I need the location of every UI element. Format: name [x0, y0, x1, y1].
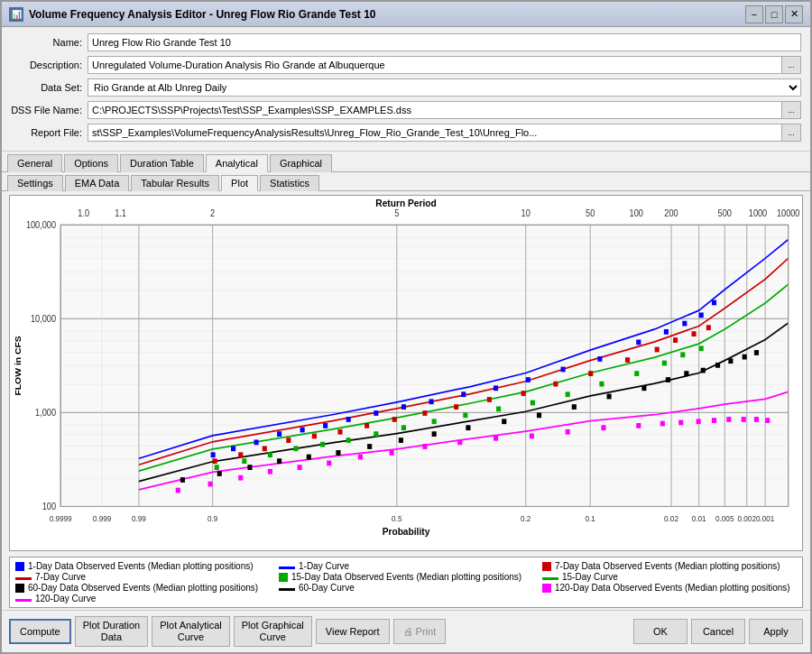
- dss-row: DSS File Name: ...: [11, 100, 801, 120]
- description-input[interactable]: [88, 56, 781, 74]
- svg-rect-157: [636, 423, 641, 428]
- svg-text:100: 100: [42, 501, 57, 511]
- description-browse-button[interactable]: ...: [781, 56, 801, 74]
- main-window: 📊 Volume Frequency Analysis Editor - Unr…: [0, 0, 812, 654]
- legend-7day-observed-swatch: [542, 562, 551, 571]
- plot-graphical-button[interactable]: Plot GraphicalCurve: [234, 616, 312, 647]
- tab-plot[interactable]: Plot: [221, 175, 258, 191]
- svg-rect-141: [743, 355, 747, 360]
- svg-rect-85: [238, 452, 243, 457]
- tab-general[interactable]: General: [7, 154, 62, 172]
- print-button[interactable]: 🖨 Print: [393, 619, 447, 644]
- svg-text:5: 5: [394, 208, 400, 219]
- tab-graphical[interactable]: Graphical: [270, 154, 332, 172]
- report-label: Report File:: [11, 127, 88, 138]
- legend-15day-observed-swatch: [279, 573, 288, 582]
- svg-text:0.001: 0.001: [756, 513, 775, 523]
- title-bar: 📊 Volume Frequency Analysis Editor - Unr…: [2, 2, 810, 27]
- svg-rect-146: [268, 469, 272, 474]
- svg-rect-91: [392, 417, 397, 422]
- svg-text:FLOW in CFS: FLOW in CFS: [14, 336, 23, 396]
- svg-rect-99: [655, 347, 660, 353]
- compute-button[interactable]: Compute: [9, 619, 71, 644]
- dataset-select[interactable]: Rio Grande at Alb Unreg Daily: [88, 78, 801, 97]
- legend-1day-observed-label: 1-Day Data Observed Events (Median plott…: [28, 561, 254, 571]
- tab-settings[interactable]: Settings: [7, 175, 63, 191]
- svg-rect-164: [754, 417, 759, 422]
- svg-text:0.02: 0.02: [664, 513, 678, 523]
- close-button[interactable]: ✕: [785, 5, 803, 23]
- dss-browse-button[interactable]: ...: [781, 101, 801, 119]
- legend-120day-observed-label: 120-Day Data Observed Events (Median plo…: [555, 583, 790, 593]
- button-bar: Compute Plot DurationData Plot Analytica…: [2, 610, 810, 652]
- cancel-button[interactable]: Cancel: [691, 619, 745, 644]
- svg-rect-70: [346, 417, 351, 422]
- apply-button[interactable]: Apply: [749, 619, 803, 644]
- svg-rect-79: [636, 340, 641, 345]
- inner-tabs: Settings EMA Data Tabular Results Plot S…: [2, 172, 810, 191]
- svg-rect-73: [429, 399, 434, 404]
- svg-rect-131: [502, 419, 506, 424]
- report-browse-button[interactable]: ...: [781, 124, 801, 142]
- view-report-button[interactable]: View Report: [316, 619, 390, 644]
- svg-rect-115: [566, 391, 570, 397]
- svg-rect-117: [634, 371, 639, 376]
- legend-15day-observed-label: 15-Day Data Observed Events (Median plot…: [291, 572, 521, 582]
- tab-analytical[interactable]: Analytical: [206, 154, 268, 172]
- svg-rect-127: [367, 444, 372, 449]
- svg-rect-102: [706, 325, 711, 330]
- svg-text:1,000: 1,000: [35, 407, 56, 418]
- svg-rect-103: [215, 465, 219, 470]
- svg-rect-94: [487, 397, 492, 402]
- svg-rect-66: [254, 439, 259, 445]
- maximize-button[interactable]: □: [765, 5, 783, 23]
- svg-rect-129: [432, 431, 437, 437]
- svg-rect-101: [691, 331, 696, 336]
- dss-input[interactable]: [88, 101, 781, 119]
- chart-area: 1.0 1.1 2 5 10 50 100 200 500 1000 10000…: [2, 191, 810, 555]
- svg-rect-116: [599, 382, 604, 387]
- svg-rect-139: [715, 363, 720, 368]
- tab-ema-data[interactable]: EMA Data: [65, 175, 130, 191]
- svg-rect-161: [712, 418, 716, 423]
- legend-15day-curve-label: 15-Day Curve: [562, 572, 618, 582]
- svg-text:100,000: 100,000: [26, 219, 57, 230]
- plot-duration-button[interactable]: Plot DurationData: [75, 616, 149, 647]
- tab-tabular-results[interactable]: Tabular Results: [131, 175, 219, 191]
- svg-rect-151: [422, 444, 427, 449]
- legend-grid: 1-Day Data Observed Events (Median plott…: [15, 561, 797, 603]
- svg-rect-154: [530, 434, 534, 439]
- svg-rect-78: [597, 356, 602, 362]
- svg-rect-104: [242, 458, 246, 464]
- svg-text:0.005: 0.005: [715, 513, 734, 523]
- svg-rect-132: [537, 412, 541, 418]
- minimize-button[interactable]: −: [745, 5, 763, 23]
- legend-120day-curve-label: 120-Day Curve: [35, 594, 96, 603]
- tab-statistics[interactable]: Statistics: [260, 175, 319, 191]
- svg-rect-143: [176, 488, 180, 493]
- report-input[interactable]: [88, 124, 781, 142]
- svg-rect-126: [336, 450, 340, 456]
- ok-button[interactable]: OK: [633, 619, 687, 644]
- legend-15day-curve: 15-Day Curve: [542, 572, 797, 582]
- svg-text:0.002: 0.002: [738, 513, 757, 523]
- svg-rect-67: [277, 431, 281, 437]
- plot-analytical-button[interactable]: Plot AnalyticalCurve: [152, 616, 229, 647]
- svg-rect-93: [454, 404, 458, 410]
- name-input[interactable]: [88, 33, 801, 51]
- svg-rect-107: [320, 442, 325, 447]
- svg-text:10000: 10000: [777, 208, 800, 219]
- svg-text:0.99: 0.99: [132, 513, 146, 523]
- description-row: Description: ...: [11, 55, 801, 75]
- svg-rect-119: [680, 352, 685, 357]
- tab-options[interactable]: Options: [64, 154, 118, 172]
- tab-duration-table[interactable]: Duration Table: [120, 154, 204, 172]
- svg-rect-113: [496, 406, 501, 411]
- svg-rect-130: [466, 425, 470, 430]
- legend-1day-observed: 1-Day Data Observed Events (Median plott…: [15, 561, 270, 571]
- legend-7day-observed: 7-Day Data Observed Events (Median plott…: [542, 561, 797, 571]
- svg-text:Return Period: Return Period: [375, 197, 436, 208]
- svg-rect-68: [300, 428, 305, 433]
- svg-rect-149: [358, 455, 363, 460]
- svg-rect-64: [211, 452, 216, 457]
